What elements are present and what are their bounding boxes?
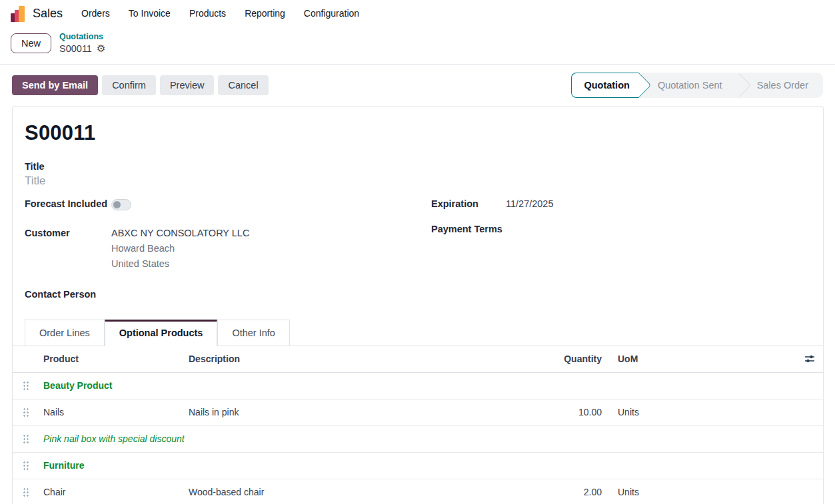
- note-text[interactable]: Pink nail box with special discount: [38, 427, 823, 450]
- nav-menu: OrdersTo InvoiceProductsReportingConfigu…: [81, 5, 359, 21]
- breadcrumb-current-record: S00011: [59, 43, 92, 55]
- payment-terms-label: Payment Terms: [431, 224, 506, 234]
- handle-column: [13, 353, 38, 365]
- nav-menu-reporting[interactable]: Reporting: [245, 5, 285, 21]
- quantity-cell[interactable]: 2.00: [534, 481, 607, 503]
- sales-app-icon[interactable]: [11, 5, 25, 22]
- description-column-header: Description: [183, 348, 534, 370]
- drag-handle-icon[interactable]: [23, 381, 29, 390]
- drag-handle-icon[interactable]: [23, 407, 29, 417]
- contact-person-label: Contact Person: [25, 289, 111, 300]
- list-row-product: NailsNails in pink10.00Units: [13, 399, 823, 426]
- expiration-label: Expiration: [431, 198, 506, 209]
- tab-order-lines[interactable]: Order Lines: [25, 320, 105, 346]
- form-fields: Forecast Included Customer ABXC NY CONSO…: [25, 198, 811, 300]
- description-cell[interactable]: Wood-based chair: [183, 481, 534, 503]
- title-field-label: Title: [25, 161, 811, 172]
- spacer-cell: [659, 406, 823, 418]
- confirm-button[interactable]: Confirm: [102, 75, 156, 95]
- statusbar: QuotationQuotation SentSales Order: [571, 73, 823, 98]
- breadcrumb-quotations-link[interactable]: Quotations: [59, 32, 105, 43]
- optional-products-list: Product Description Quantity UoM Beauty …: [13, 346, 823, 504]
- gear-icon[interactable]: ⚙: [97, 43, 105, 53]
- action-buttons: Send by Email ConfirmPreviewCancel: [12, 75, 269, 95]
- list-row-note: Pink nail box with special discount: [13, 426, 823, 453]
- left-field-group: Forecast Included Customer ABXC NY CONSO…: [25, 198, 419, 300]
- product-cell[interactable]: Chair: [38, 481, 183, 503]
- drag-handle-icon[interactable]: [23, 461, 29, 470]
- drag-handle-icon[interactable]: [23, 487, 29, 497]
- nav-menu-configuration[interactable]: Configuration: [304, 5, 359, 21]
- expiration-value[interactable]: 11/27/2025: [506, 198, 811, 209]
- uom-cell[interactable]: Units: [607, 401, 659, 423]
- nav-menu-products[interactable]: Products: [189, 5, 226, 21]
- customer-name[interactable]: ABXC NY CONSOLATORY LLC: [111, 228, 419, 238]
- right-field-group: Expiration 11/27/2025 Payment Terms: [431, 198, 811, 234]
- new-button[interactable]: New: [11, 33, 51, 53]
- customer-country: United States: [111, 258, 419, 269]
- notebook-tabs: Order LinesOptional ProductsOther Info: [13, 320, 823, 346]
- tab-other-info[interactable]: Other Info: [217, 320, 289, 346]
- breadcrumb-row: New Quotations S00011 ⚙: [0, 27, 835, 64]
- section-text[interactable]: Beauty Product: [38, 374, 823, 397]
- quantity-column-header: Quantity: [534, 348, 607, 370]
- product-column-header: Product: [38, 348, 183, 370]
- form-sheet: S00011 Title Forecast Included Customer …: [12, 106, 824, 504]
- spacer-cell: [659, 486, 823, 498]
- forecast-included-toggle[interactable]: [111, 199, 131, 210]
- breadcrumb: Quotations S00011 ⚙: [59, 32, 105, 55]
- customer-value: ABXC NY CONSOLATORY LLC Howard Beach Uni…: [111, 228, 419, 269]
- list-row-section: Furniture: [13, 453, 823, 479]
- optional-columns-icon[interactable]: [804, 354, 815, 364]
- drag-handle-icon[interactable]: [23, 434, 29, 443]
- app-name[interactable]: Sales: [33, 7, 63, 21]
- quantity-cell[interactable]: 10.00: [534, 401, 607, 423]
- nav-menu-to-invoice[interactable]: To Invoice: [129, 5, 171, 21]
- description-cell[interactable]: Nails in pink: [183, 401, 534, 423]
- forecast-included-label: Forecast Included: [25, 198, 111, 209]
- title-input[interactable]: [25, 172, 398, 189]
- list-header-row: Product Description Quantity UoM: [13, 346, 823, 373]
- section-text[interactable]: Furniture: [38, 454, 823, 477]
- status-step-quotation-sent[interactable]: Quotation Sent: [639, 73, 737, 98]
- send-by-email-button[interactable]: Send by Email: [12, 75, 98, 95]
- preview-button[interactable]: Preview: [160, 75, 215, 95]
- nav-menu-orders[interactable]: Orders: [81, 5, 110, 21]
- record-name-heading: S00011: [25, 121, 811, 145]
- uom-cell[interactable]: Units: [607, 481, 659, 503]
- customer-city: Howard Beach: [111, 243, 419, 254]
- list-row-section: Beauty Product: [13, 373, 823, 399]
- toggle-knob: [113, 201, 121, 208]
- customer-label: Customer: [25, 228, 111, 238]
- top-navbar: Sales OrdersTo InvoiceProductsReportingC…: [0, 0, 835, 27]
- control-panel: Send by Email ConfirmPreviewCancel Quota…: [0, 65, 835, 106]
- uom-column-header: UoM: [607, 348, 659, 370]
- status-step-sales-order[interactable]: Sales Order: [737, 73, 823, 98]
- tab-optional-products[interactable]: Optional Products: [105, 320, 218, 346]
- status-step-quotation[interactable]: Quotation: [571, 73, 638, 98]
- cancel-button[interactable]: Cancel: [218, 75, 268, 95]
- product-cell[interactable]: Nails: [38, 401, 183, 423]
- list-row-product: ChairWood-based chair2.00Units: [13, 479, 823, 504]
- logo-bar: [19, 6, 25, 22]
